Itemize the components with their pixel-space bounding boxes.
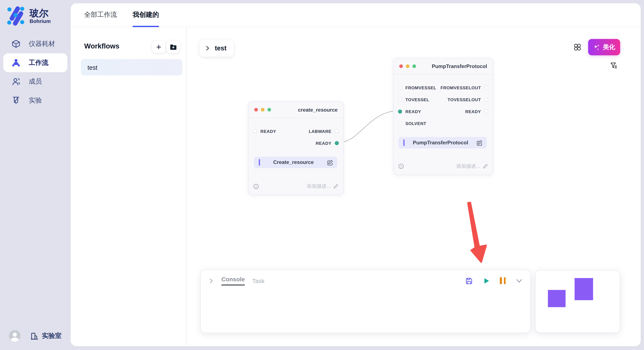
save-icon[interactable] bbox=[465, 277, 473, 285]
bohrium-logo-icon bbox=[6, 6, 26, 26]
port-circle-connected[interactable] bbox=[398, 109, 402, 113]
node-footer: 添加描述... bbox=[398, 163, 488, 170]
port-in-ready[interactable]: READY bbox=[398, 109, 421, 114]
package-icon bbox=[12, 39, 20, 48]
node-create-resource[interactable]: create_resource READY LABWARE R bbox=[248, 101, 344, 195]
dot-red[interactable] bbox=[399, 64, 403, 68]
sidebar-item-label: 工作流 bbox=[29, 58, 48, 67]
node-action-pill[interactable]: PumpTransferProtocol bbox=[398, 137, 487, 149]
traffic-dots bbox=[399, 64, 416, 68]
sidebar-item-experiments[interactable]: 实验 bbox=[3, 91, 67, 110]
dot-yellow[interactable] bbox=[406, 64, 409, 68]
port-circle[interactable] bbox=[335, 129, 339, 133]
port-out-ready[interactable]: READY bbox=[316, 141, 339, 146]
pill-label: Create_resource bbox=[260, 160, 327, 165]
port-out-ready[interactable]: READY bbox=[465, 109, 488, 114]
pill-label: PumpTransferProtocol bbox=[405, 140, 476, 146]
sparkles-icon bbox=[593, 44, 600, 51]
port-in-solvent[interactable]: SOLVENT bbox=[398, 121, 426, 126]
port-circle-connected[interactable] bbox=[335, 141, 339, 145]
sidebar: 玻尔 Bohrium 仪器耗材 工作流 bbox=[0, 0, 71, 350]
sidebar-item-workflow[interactable]: 工作流 bbox=[3, 53, 67, 72]
dot-green[interactable] bbox=[412, 64, 416, 68]
port-circle[interactable] bbox=[484, 97, 488, 101]
ports: READY LABWARE READY bbox=[248, 125, 344, 149]
dot-yellow[interactable] bbox=[261, 108, 264, 111]
app-root: 玻尔 Bohrium 仪器耗材 工作流 bbox=[0, 0, 644, 350]
traffic-dots bbox=[254, 108, 271, 111]
sidebar-item-label: 成员 bbox=[29, 77, 42, 86]
add-workflow-button[interactable]: + bbox=[152, 41, 166, 53]
members-icon bbox=[12, 77, 20, 86]
panel-divider bbox=[186, 27, 186, 345]
import-folder-button[interactable] bbox=[166, 41, 180, 53]
console-panel: Console Task bbox=[200, 269, 531, 333]
workflow-people-icon bbox=[12, 58, 20, 67]
expand-chevron-icon[interactable] bbox=[208, 278, 214, 284]
port-in-ready[interactable]: READY bbox=[253, 129, 276, 134]
port-circle[interactable] bbox=[398, 121, 402, 125]
edge-create-to-pump bbox=[339, 111, 399, 143]
node-title: create_resource bbox=[298, 107, 338, 113]
sidebar-item-label: 实验 bbox=[29, 96, 42, 105]
collapse-chevron-icon[interactable] bbox=[515, 277, 523, 285]
sidebar-item-instruments[interactable]: 仪器耗材 bbox=[3, 34, 67, 53]
pause-icon[interactable] bbox=[500, 277, 506, 284]
port-circle[interactable] bbox=[398, 97, 402, 101]
lab-label[interactable]: 实验室 bbox=[42, 332, 62, 341]
dot-red[interactable] bbox=[254, 108, 258, 111]
logo-title: 玻尔 bbox=[30, 8, 51, 18]
node-title: PumpTransferProtocol bbox=[432, 63, 487, 69]
tab-console[interactable]: Console bbox=[221, 276, 245, 285]
description-placeholder[interactable]: 添加描述... bbox=[307, 183, 331, 190]
description-placeholder[interactable]: 添加描述... bbox=[456, 163, 480, 170]
chevron-right-icon bbox=[205, 45, 210, 51]
port-in-tovessel[interactable]: TOVESSEL bbox=[398, 97, 429, 102]
port-circle[interactable] bbox=[484, 85, 488, 90]
edit-icon[interactable] bbox=[476, 140, 482, 146]
breadcrumb-label: test bbox=[215, 44, 226, 52]
node-header: create_resource bbox=[248, 102, 344, 118]
edit-icon[interactable] bbox=[327, 159, 333, 166]
beautify-label: 美化 bbox=[603, 43, 615, 51]
pencil-icon[interactable] bbox=[333, 183, 338, 189]
breadcrumb[interactable]: test bbox=[200, 40, 234, 57]
tabbar: 全部工作流 我创建的 bbox=[71, 3, 641, 27]
workflow-item-label: test bbox=[88, 64, 98, 71]
port-in-fromvessel[interactable]: FROMVESSEL bbox=[398, 85, 436, 90]
avatar[interactable] bbox=[9, 330, 20, 342]
port-circle[interactable] bbox=[484, 109, 488, 113]
beautify-button[interactable]: 美化 bbox=[588, 39, 620, 55]
building-icon bbox=[30, 332, 39, 341]
info-icon[interactable] bbox=[254, 183, 259, 189]
port-circle[interactable] bbox=[398, 85, 402, 90]
port-out-fromvesselout[interactable]: FROMVESSELOUT bbox=[440, 85, 488, 90]
main-card: 全部工作流 我创建的 Workflows + test test bbox=[71, 3, 641, 346]
sidebar-nav: 仪器耗材 工作流 成员 bbox=[3, 34, 67, 110]
play-icon[interactable] bbox=[482, 277, 490, 285]
port-circle[interactable] bbox=[253, 129, 257, 133]
tab-task[interactable]: Task bbox=[252, 278, 265, 284]
ports: FROMVESSEL FROMVESSELOUT TOVESSEL TOVESS… bbox=[394, 82, 493, 129]
tab-all-workflows[interactable]: 全部工作流 bbox=[84, 3, 117, 27]
workflow-list-item[interactable]: test bbox=[81, 59, 182, 75]
minimap-node-create-resource bbox=[548, 290, 566, 307]
sidebar-item-label: 仪器耗材 bbox=[29, 39, 55, 48]
node-action-pill[interactable]: Create_resource bbox=[254, 157, 337, 168]
pencil-icon[interactable] bbox=[482, 164, 488, 169]
folder-import-icon bbox=[170, 43, 177, 51]
tab-my-created[interactable]: 我创建的 bbox=[133, 3, 159, 27]
minimap-node-pump-transfer bbox=[574, 278, 593, 300]
minimap[interactable] bbox=[535, 270, 620, 333]
port-out-labware[interactable]: LABWARE bbox=[309, 129, 339, 134]
test-tube-icon bbox=[12, 96, 20, 105]
filter-icon[interactable] bbox=[610, 62, 618, 69]
info-icon[interactable] bbox=[398, 164, 404, 169]
node-footer: 添加描述... bbox=[254, 183, 338, 189]
layout-apps-icon[interactable] bbox=[573, 43, 582, 51]
port-out-tovesselout[interactable]: TOVESSELOUT bbox=[448, 97, 488, 102]
node-pump-transfer-protocol[interactable]: PumpTransferProtocol FROMVESSEL FROMVESS… bbox=[393, 58, 494, 175]
dot-green[interactable] bbox=[267, 108, 271, 111]
logo-subtitle: Bohrium bbox=[30, 18, 51, 24]
sidebar-item-members[interactable]: 成员 bbox=[3, 72, 67, 91]
